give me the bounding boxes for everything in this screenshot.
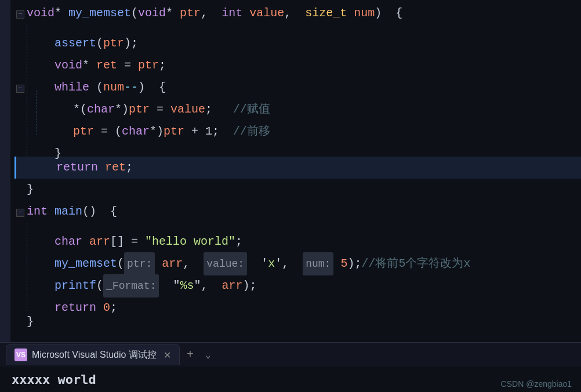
terminal-tabs: VS Microsoft Visual Studio 调试控 ✕ + ⌄ [0,342,581,366]
terminal-tab-vs[interactable]: VS Microsoft Visual Studio 调试控 ✕ [6,344,180,365]
hint-ptr: ptr: [124,252,155,275]
token-void-1: void [27,2,55,24]
tab-label: Microsoft Visual Studio 调试控 [32,349,157,361]
gutter-bar [0,0,10,342]
tab-close-btn[interactable]: ✕ [164,350,171,361]
code-line-2: assert(ptr); [16,24,581,46]
code-line-1: − void* my_memset(void* ptr, int value, … [16,2,581,24]
terminal-area: VS Microsoft Visual Studio 调试控 ✕ + ⌄ xxx… [0,342,581,392]
code-editor: − void* my_memset(void* ptr, int value, … [0,0,581,342]
hint-format: _Format: [103,274,159,297]
terminal-output: xxxxx world [0,366,581,392]
fold-btn-10[interactable]: − [16,209,24,217]
code-content: − void* my_memset(void* ptr, int value, … [10,0,581,333]
tab-add-btn[interactable]: + [180,348,201,361]
code-line-9: } [16,179,581,201]
code-line-10: − int main() { [16,201,581,223]
code-line-8: return ret; [14,157,581,179]
code-line-11: char arr[] = "hello world"; [16,223,581,245]
terminal-output-text: xxxxx world [12,372,96,387]
fold-btn-1[interactable]: − [16,10,24,19]
csdn-watermark: CSDN @zengbiao1 [501,379,572,389]
hint-value: value: [204,252,247,275]
vs-icon: VS [14,349,27,361]
tab-dropdown-btn[interactable]: ⌄ [201,349,216,361]
fold-btn-4[interactable]: − [16,85,24,93]
hint-num: num: [303,252,333,275]
vs-icon-text: VS [16,351,26,359]
